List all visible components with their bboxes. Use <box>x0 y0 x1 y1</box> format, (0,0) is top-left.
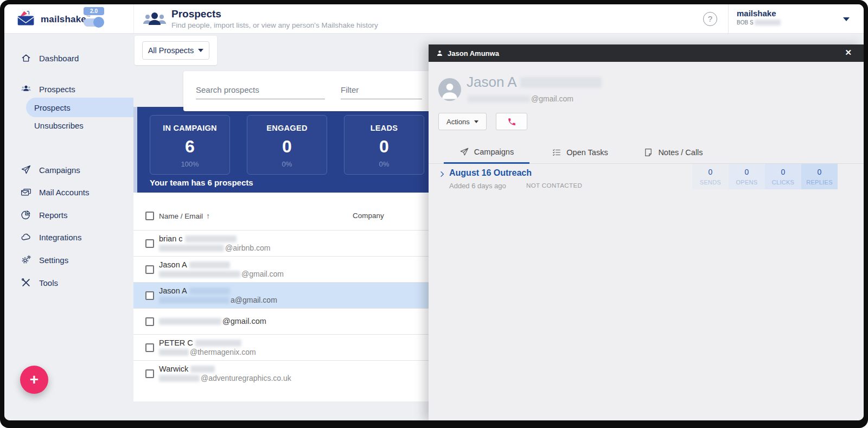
prospect-detail-panel: Jason Amunwa ✕ Jason A @gmail.com Action… <box>429 44 864 420</box>
table-row[interactable]: @gmail.com <box>133 308 430 334</box>
window-frame: mailshake™ 2.0 Prospects Find people, im… <box>0 0 868 428</box>
paper-plane-icon <box>21 164 31 175</box>
select-all-checkbox[interactable] <box>145 212 154 220</box>
table-row-selected[interactable]: Jason A a@gmail.com <box>133 282 430 308</box>
table-row[interactable]: PETER C @thermagenix.com <box>133 334 430 360</box>
tab-campaigns[interactable]: Campaigns <box>444 141 529 164</box>
sidebar: Dashboard Prospects Prospects Unsubscrib… <box>4 34 133 420</box>
sidebar-item-integrations[interactable]: Integrations <box>4 226 133 248</box>
page-title: Prospects <box>171 8 378 20</box>
view-selector-card: All Prospects <box>135 36 217 65</box>
tab-notes-calls[interactable]: Notes / Calls <box>633 141 714 164</box>
app-window: mailshake™ 2.0 Prospects Find people, im… <box>4 4 864 420</box>
caret-down-icon <box>198 49 203 52</box>
account-divider <box>728 4 729 34</box>
home-icon <box>21 53 31 63</box>
stat-card-leads: LEADS 0 0% <box>344 115 424 175</box>
prospect-name: Jason A <box>467 74 602 91</box>
stat-replies: 0 REPLIES <box>801 164 838 189</box>
stat-sends: 0 SENDS <box>692 164 729 189</box>
row-checkbox[interactable] <box>145 291 154 300</box>
stats-banner: IN CAMPAIGN 6 100% ENGAGED 0 0% LEADS 0 … <box>133 107 430 193</box>
add-prospect-fab[interactable]: + <box>20 366 48 394</box>
campaign-status: NOT CONTACTED <box>526 182 582 189</box>
account-menu[interactable]: mailshake BOB S <box>737 9 781 25</box>
sidebar-item-mail-accounts[interactable]: Mail Accounts <box>4 181 133 203</box>
tab-open-tasks[interactable]: Open Tasks <box>539 141 621 164</box>
panel-body: Jason A @gmail.com Actions Campaigns Ope… <box>429 62 864 420</box>
call-button[interactable] <box>496 113 527 130</box>
campaign-name[interactable]: August 16 Outreach <box>449 168 532 178</box>
row-checkbox[interactable] <box>145 369 154 378</box>
cloud-icon <box>21 232 31 242</box>
stat-opens: 0 OPENS <box>729 164 765 189</box>
paper-plane-icon <box>459 147 469 157</box>
people-icon <box>21 84 31 94</box>
close-icon[interactable]: ✕ <box>845 48 852 58</box>
chevron-right-icon <box>438 170 446 178</box>
prospects-table: Name / Email↑ Company brian c @airbnb.co… <box>133 193 430 401</box>
brand-logo[interactable]: mailshake™ <box>16 10 91 29</box>
table-header: Name / Email↑ Company <box>133 201 430 230</box>
row-checkbox[interactable] <box>145 317 154 326</box>
avatar <box>438 78 461 101</box>
version-badge: 2.0 <box>84 7 104 15</box>
banner-edge <box>133 107 137 193</box>
sidebar-item-dashboard[interactable]: Dashboard <box>4 47 133 69</box>
page-title-block: Prospects Find people, import lists, or … <box>171 8 378 29</box>
column-company[interactable]: Company <box>353 212 384 220</box>
sidebar-item-tools[interactable]: Tools <box>4 272 133 293</box>
campaign-stats: 0 SENDS 0 OPENS 0 CLICKS 0 REPLIES <box>692 164 838 189</box>
help-icon[interactable]: ? <box>703 12 717 26</box>
team-summary: Your team has 6 prospects <box>150 178 253 187</box>
search-input[interactable] <box>196 83 325 99</box>
table-row[interactable]: Jason A @gmail.com <box>133 256 430 282</box>
header-divider <box>133 4 134 34</box>
mailshake-envelope-icon <box>16 10 36 29</box>
caret-down-icon <box>474 120 478 123</box>
sidebar-subitem-prospects[interactable]: Prospects <box>26 98 133 117</box>
version-toggle[interactable] <box>84 18 103 27</box>
prospects-people-icon <box>142 10 167 31</box>
view-selector-button[interactable]: All Prospects <box>142 41 209 60</box>
actions-button[interactable]: Actions <box>438 113 487 130</box>
version-box: 2.0 <box>84 7 105 27</box>
row-checkbox[interactable] <box>145 265 154 274</box>
column-name-email[interactable]: Name / Email↑ <box>159 212 210 220</box>
sidebar-item-reports[interactable]: Reports <box>4 204 133 226</box>
row-checkbox[interactable] <box>145 343 154 352</box>
campaign-added: Added 6 days ago <box>449 182 506 190</box>
toggle-knob <box>93 17 104 28</box>
table-row[interactable]: Warwick @adventuregraphics.co.uk <box>133 360 430 386</box>
pie-chart-icon <box>21 209 31 220</box>
panel-title: Jason Amunwa <box>448 49 499 58</box>
gear-icon <box>21 254 31 265</box>
account-user: BOB S <box>737 20 781 25</box>
prospect-email: @gmail.com <box>468 94 573 103</box>
note-icon <box>643 148 653 157</box>
stat-card-in-campaign: IN CAMPAIGN 6 100% <box>150 115 230 175</box>
filter-input[interactable] <box>341 83 422 99</box>
table-row[interactable]: brian c @airbnb.com <box>133 230 430 256</box>
account-caret-icon[interactable] <box>843 17 850 21</box>
sidebar-item-campaigns[interactable]: Campaigns <box>4 159 133 181</box>
sidebar-subitem-unsubscribes[interactable]: Unsubscribes <box>26 116 133 135</box>
sort-asc-icon: ↑ <box>206 212 210 220</box>
phone-icon <box>507 117 516 126</box>
row-checkbox[interactable] <box>145 239 154 248</box>
account-name: mailshake <box>737 9 781 18</box>
sidebar-item-settings[interactable]: Settings <box>4 249 133 271</box>
checklist-icon <box>552 148 561 157</box>
stat-card-engaged: ENGAGED 0 0% <box>247 115 327 175</box>
panel-header: Jason Amunwa ✕ <box>429 44 864 62</box>
stat-clicks: 0 CLICKS <box>765 164 801 189</box>
search-filter-card <box>183 71 434 111</box>
sidebar-item-prospects[interactable]: Prospects <box>4 78 133 100</box>
mail-stack-icon <box>21 187 31 197</box>
panel-tabs: Campaigns Open Tasks Notes / Calls <box>429 141 864 164</box>
page-subtitle: Find people, import lists, or view any p… <box>171 21 378 29</box>
app-header: mailshake™ 2.0 Prospects Find people, im… <box>4 4 864 34</box>
tools-icon <box>21 277 31 288</box>
person-icon <box>436 49 443 57</box>
